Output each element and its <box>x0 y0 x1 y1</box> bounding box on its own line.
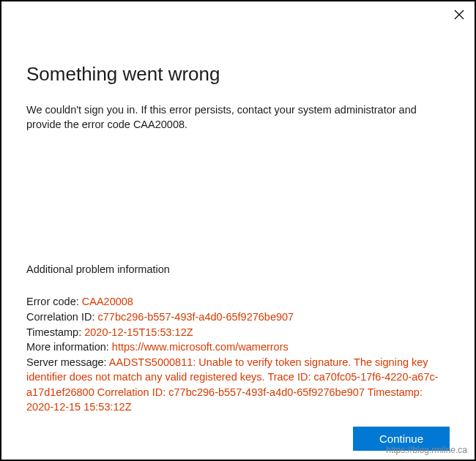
more-info-link[interactable]: https://www.microsoft.com/wamerrors <box>112 341 289 353</box>
server-message-label: Server message: <box>26 356 109 368</box>
error-code-label: Error code: <box>26 296 82 307</box>
error-dialog: Something went wrong We couldn't sign yo… <box>1 1 475 460</box>
error-code-value: CAA20008 <box>82 296 133 307</box>
more-info-row: More information: https://www.microsoft.… <box>26 340 450 355</box>
correlation-id-label: Correlation ID: <box>26 311 98 323</box>
dialog-heading: Something went wrong <box>26 63 450 86</box>
timestamp-label: Timestamp: <box>26 326 84 338</box>
timestamp-value: 2020-12-15T15:53:12Z <box>84 326 193 338</box>
more-info-label: More information: <box>26 341 112 353</box>
timestamp-row: Timestamp: 2020-12-15T15:53:12Z <box>26 325 450 340</box>
spacer <box>26 139 450 220</box>
additional-info-label: Additional problem information <box>26 263 450 275</box>
watermark: https://blog.rmilne.ca <box>386 445 467 455</box>
close-icon[interactable] <box>454 10 464 20</box>
correlation-id-row: Correlation ID: c77bc296-b557-493f-a4d0-… <box>26 310 450 325</box>
error-code-row: Error code: CAA20008 <box>26 294 450 310</box>
dialog-subtitle: We couldn't sign you in. If this error p… <box>26 103 450 132</box>
error-details: Error code: CAA20008 Correlation ID: c77… <box>26 294 450 415</box>
correlation-id-value: c77bc296-b557-493f-a4d0-65f9276be907 <box>98 311 294 323</box>
dialog-content: Something went wrong We couldn't sign yo… <box>1 28 475 415</box>
server-message-row: Server message: AADSTS5000811: Unable to… <box>26 355 450 415</box>
titlebar <box>1 1 475 28</box>
